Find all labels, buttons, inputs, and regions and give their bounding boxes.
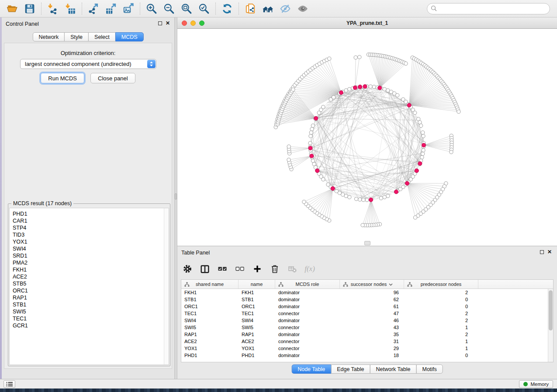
export-image-button[interactable] [120,2,137,16]
mcds-result-item[interactable]: CAR1 [13,217,169,224]
mcds-result-list[interactable]: PHD1CAR1STP4TID3YOX1SWI4SRD1PMA2FKH1ACE2… [9,208,169,365]
table-row[interactable]: YOX1YOX1connector291 [181,345,553,352]
mcds-result-item[interactable]: TID3 [13,231,169,238]
deselect-all-button[interactable] [234,263,246,275]
float-table-panel-icon[interactable] [540,250,544,254]
add-column-button[interactable] [252,263,263,275]
mcds-result-item[interactable]: FKH1 [13,266,169,273]
import-table-button[interactable] [62,2,79,16]
table-tab-network-table[interactable]: Network Table [370,364,417,374]
tab-network[interactable]: Network [32,32,65,41]
zoom-out-icon [163,3,175,14]
duplicate-network-button[interactable] [242,2,259,16]
export-table-button[interactable] [102,2,120,16]
save-session-button[interactable] [21,2,38,16]
zoom-selected-icon [198,3,210,14]
result-list-scrollbar[interactable] [164,208,169,364]
search-input[interactable] [427,3,550,14]
table-scrollbar-thumb[interactable] [549,290,553,330]
zoom-fit-icon [181,3,192,14]
mcds-result-item[interactable]: ORC1 [13,287,169,294]
table-row[interactable]: SWI5SWI5connector431 [181,324,553,331]
table-cell [478,324,553,331]
run-mcds-button[interactable]: Run MCDS [41,73,84,83]
mcds-result-item[interactable]: SRD1 [13,252,169,259]
table-row[interactable]: STB1STB1dominator620 [181,296,553,303]
ring-nodes [274,53,460,227]
mcds-result-item[interactable]: TEC1 [13,315,169,322]
delete-table-icon [288,265,297,273]
mcds-result-item[interactable]: YOX1 [13,238,169,245]
table-row[interactable]: ORC1ORC1dominator610 [181,303,553,310]
vertical-splitter[interactable] [174,17,177,379]
delete-table-button[interactable] [287,263,298,275]
splitter-grip[interactable] [175,193,177,199]
mcds-result-item[interactable]: RAP1 [13,294,169,301]
table-scrollbar[interactable] [548,289,553,362]
network-graph [177,29,557,246]
split-panel-button[interactable] [199,263,211,275]
zoom-in-button[interactable] [143,2,160,16]
table-tab-edge-table[interactable]: Edge Table [331,364,370,374]
optimization-criterion-select[interactable]: largest connected component (undirected) [20,59,156,69]
search-field-wrap [427,3,550,14]
horizontal-splitter-grip[interactable] [364,241,370,245]
table-row[interactable]: FKH1FKH1dominator962 [181,289,553,296]
table-row[interactable]: RAP1RAP1dominator352 [181,331,553,338]
function-builder-button[interactable]: f(x) [304,263,315,275]
show-panels-button[interactable] [3,380,15,388]
column-header-predecessor-nodes[interactable]: predecessor nodes [404,280,478,289]
table-cell: FKH1 [181,289,239,296]
mcds-result-item[interactable]: PMA2 [13,259,169,266]
column-header-MCDS-role[interactable]: MCDS role [275,280,340,289]
gear-button[interactable] [182,263,193,275]
close-panel-icon[interactable]: ✕ [166,20,170,26]
tab-mcds[interactable]: MCDS [115,32,144,41]
zoom-out-button[interactable] [160,2,178,16]
first-neighbors-button[interactable] [259,2,277,16]
mcds-result-item[interactable]: PHD1 [13,210,169,217]
mcds-panel: Optimization criterion: largest connecte… [4,43,172,369]
mcds-result-item[interactable]: STB5 [13,280,169,287]
tab-select[interactable]: Select [88,32,116,41]
refresh-button[interactable] [218,2,236,16]
delete-button[interactable] [269,263,280,275]
table-row[interactable]: SWI4SWI4dominator462 [181,317,553,324]
table-cell: ACE2 [181,338,239,345]
hide-selected-button[interactable] [277,2,294,16]
table-row[interactable]: PHD1PHD1dominator180 [181,352,553,359]
table-row[interactable]: TEC1TEC1connector472 [181,310,553,317]
column-header-successor-nodes[interactable]: successor nodes [340,280,404,289]
table-cell [478,317,553,324]
mcds-result-item[interactable]: SWI5 [13,308,169,315]
show-all-button[interactable] [294,2,311,16]
selected-criterion: largest connected component (undirected) [25,61,131,67]
import-network-button[interactable] [44,2,62,16]
table-row[interactable]: ACE2ACE2connector311 [181,338,553,345]
column-header-shared-name[interactable]: shared name [181,280,239,289]
open-file-button[interactable] [3,2,21,16]
column-label: predecessor nodes [421,282,462,287]
export-network-button[interactable] [85,2,102,16]
optimization-criterion-label: Optimization criterion: [4,50,172,56]
table-tab-motifs[interactable]: Motifs [416,364,443,374]
close-table-panel-icon[interactable]: ✕ [547,249,552,255]
mcds-result-item[interactable]: GCR1 [13,322,169,329]
table-cell: 1 [404,338,478,345]
select-all-button[interactable] [217,263,228,275]
table-tab-node-table[interactable]: Node Table [291,364,331,374]
mcds-result-item[interactable]: STP4 [13,224,169,231]
mcds-result-item[interactable]: ACE2 [13,273,169,280]
float-panel-icon[interactable] [158,21,162,25]
memory-button[interactable]: Memory [519,380,553,388]
tab-style[interactable]: Style [64,32,89,41]
mcds-result-item[interactable]: STB1 [13,301,169,308]
mcds-result-item[interactable]: SWI4 [13,245,169,252]
zoom-fit-button[interactable] [178,2,195,16]
close-panel-button[interactable]: Close panel [90,73,135,83]
table-cell: connector [275,324,340,331]
table-tabs: Node TableEdge TableNetwork TableMotifs [291,364,443,374]
column-header-name[interactable]: name [239,280,275,289]
zoom-selected-button[interactable] [195,2,213,16]
network-canvas[interactable] [177,29,557,246]
